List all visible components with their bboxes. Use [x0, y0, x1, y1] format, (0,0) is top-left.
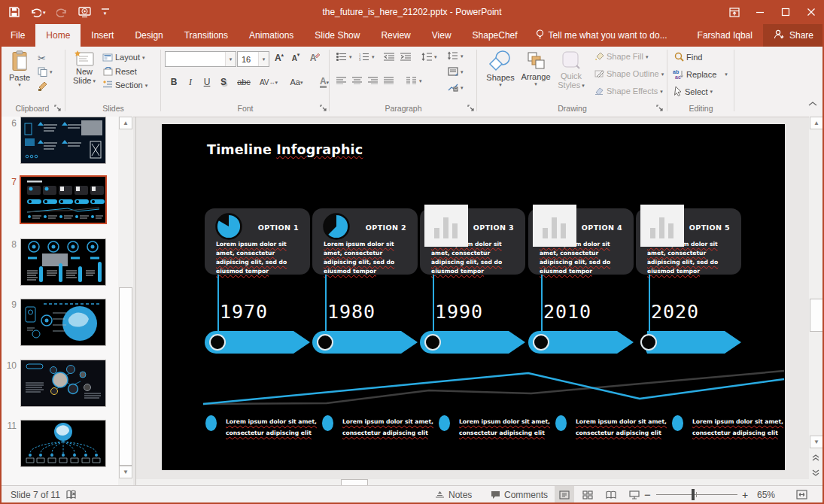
tab-review[interactable]: Review: [370, 24, 421, 47]
decrease-font-size-button[interactable]: A▾: [289, 51, 303, 65]
year-label-1990[interactable]: 1990: [418, 301, 500, 323]
zoom-in-button[interactable]: +: [742, 486, 748, 503]
option-card-4[interactable]: OPTION 4 Lorem ipsum dolor sit amet, con…: [528, 208, 634, 275]
bullets-button[interactable]: ▾: [336, 53, 352, 61]
format-painter-button[interactable]: [38, 80, 48, 91]
increase-font-size-button[interactable]: A▴: [272, 51, 286, 65]
slide-sorter-view-button[interactable]: [578, 486, 597, 503]
zoom-level[interactable]: 65%: [757, 486, 775, 503]
year-label-1970[interactable]: 1970: [202, 301, 285, 323]
decrease-indent-button[interactable]: [384, 53, 394, 61]
paste-button[interactable]: Paste▾: [6, 50, 33, 87]
customize-qat-icon[interactable]: ▾: [102, 8, 109, 16]
section-button[interactable]: Section▾: [102, 80, 147, 90]
redo-button[interactable]: [56, 8, 68, 17]
thumb-scroll-down-icon[interactable]: ▼: [119, 466, 132, 478]
comments-button[interactable]: Comments: [491, 486, 548, 503]
text-direction-button[interactable]: ▾: [448, 51, 464, 60]
slide-indicator[interactable]: Slide 7 of 11: [11, 486, 60, 503]
font-color-button[interactable]: A▾: [315, 75, 334, 89]
year-label-2020[interactable]: 2020: [634, 301, 716, 323]
thumb-scroll-up-icon[interactable]: ▲: [119, 117, 132, 129]
copy-button[interactable]: ▾: [38, 67, 53, 77]
new-slide-button[interactable]: New Slide▾: [71, 50, 98, 85]
align-left-button[interactable]: [336, 77, 346, 84]
thumb-scroll-thumb[interactable]: [119, 287, 132, 466]
find-button[interactable]: Find: [674, 52, 702, 62]
change-case-button[interactable]: Aa▾: [286, 75, 307, 89]
account-name[interactable]: Farshad Iqbal: [687, 24, 763, 47]
tab-animations[interactable]: Animations: [239, 24, 304, 47]
minimize-button[interactable]: [747, 0, 773, 24]
slide-thumbnail-8[interactable]: [20, 238, 106, 286]
shapes-button[interactable]: Shapes▾: [484, 50, 517, 87]
tab-design[interactable]: Design: [124, 24, 173, 47]
save-icon[interactable]: [9, 7, 20, 17]
ribbon-display-options-icon[interactable]: [722, 0, 747, 24]
slide-thumbnail-9[interactable]: [20, 299, 106, 346]
year-label-1980[interactable]: 1980: [310, 301, 393, 323]
canvas-scroll-up-icon[interactable]: ▲: [810, 117, 823, 129]
zoom-out-button[interactable]: −: [644, 486, 651, 503]
cut-button[interactable]: ✂: [38, 53, 46, 64]
underline-button[interactable]: U: [200, 75, 214, 89]
close-button[interactable]: [798, 0, 824, 24]
quick-styles-button[interactable]: Quick Styles▾: [555, 50, 588, 90]
option-card-2[interactable]: OPTION 2 Lorem ipsum dolor sit amet, con…: [312, 208, 418, 275]
share-button[interactable]: Share: [763, 24, 824, 47]
slide-show-view-button[interactable]: [625, 486, 644, 503]
next-slide-button[interactable]: [810, 467, 822, 478]
spell-check-icon[interactable]: [66, 486, 77, 503]
slide-thumbnail-10[interactable]: [20, 360, 106, 407]
layout-button[interactable]: Layout▾: [102, 53, 145, 62]
shape-effects-button[interactable]: Shape Effects▾: [594, 87, 663, 96]
tab-insert[interactable]: Insert: [81, 24, 124, 47]
tab-view[interactable]: View: [421, 24, 462, 47]
canvas-scrollbar[interactable]: ▲ ▼: [809, 117, 824, 485]
thumbnail-panel-scrollbar[interactable]: ▲ ▼: [118, 117, 133, 485]
tab-file[interactable]: File: [0, 24, 35, 47]
canvas-scroll-down-icon[interactable]: ▼: [810, 436, 823, 448]
previous-slide-button[interactable]: [810, 452, 822, 463]
option-card-5[interactable]: OPTION 5 Lorem ipsum dolor sit amet, con…: [636, 208, 741, 275]
slide-thumbnail-7-selected[interactable]: [20, 175, 107, 224]
bold-button[interactable]: B: [167, 75, 181, 89]
notes-button[interactable]: Notes: [435, 486, 472, 503]
start-from-beginning-icon[interactable]: [78, 7, 91, 18]
year-label-2010[interactable]: 2010: [526, 301, 609, 323]
zoom-slider[interactable]: [656, 486, 737, 503]
slide-thumbnail-11[interactable]: [20, 420, 106, 467]
italic-button[interactable]: I: [184, 75, 197, 89]
zoom-slider-thumb[interactable]: [692, 489, 695, 500]
font-name-combobox[interactable]: ▾: [165, 51, 236, 67]
tab-transitions[interactable]: Transitions: [174, 24, 239, 47]
align-center-button[interactable]: [352, 77, 362, 84]
clear-formatting-button[interactable]: A: [309, 51, 322, 65]
align-right-button[interactable]: [368, 77, 378, 84]
maximize-button[interactable]: [773, 0, 798, 24]
reset-button[interactable]: Reset: [102, 67, 137, 76]
shape-outline-button[interactable]: Shape Outline▾: [594, 69, 664, 78]
canvas-horizontal-scrollbar[interactable]: [136, 479, 809, 485]
line-spacing-button[interactable]: ▾: [421, 53, 437, 61]
text-shadow-button[interactable]: S: [217, 75, 230, 89]
character-spacing-button[interactable]: AV↔▾: [257, 75, 280, 89]
align-text-button[interactable]: ▾: [448, 67, 464, 76]
collapse-ribbon-button[interactable]: [808, 101, 817, 107]
slide-thumbnail-6[interactable]: [20, 117, 106, 164]
justify-button[interactable]: [384, 77, 394, 84]
arrange-button[interactable]: Arrange▾: [519, 50, 552, 87]
tell-me-box[interactable]: Tell me what you want to do...: [528, 24, 675, 47]
shape-fill-button[interactable]: Shape Fill▾: [594, 52, 648, 61]
tab-slide-show[interactable]: Slide Show: [304, 24, 370, 47]
reading-view-button[interactable]: [601, 486, 621, 503]
columns-button[interactable]: ▾: [406, 77, 422, 84]
slide-canvas[interactable]: Timeline Infographic: [162, 124, 785, 470]
convert-to-smartart-button[interactable]: ▾: [448, 83, 464, 92]
option-card-1[interactable]: OPTION 1 Lorem ipsum dolor sit amet, con…: [205, 208, 310, 275]
font-size-combobox[interactable]: 16▾: [237, 51, 269, 67]
replace-button[interactable]: abacReplace▾: [673, 69, 728, 79]
strikethrough-button[interactable]: abc: [235, 75, 253, 89]
increase-indent-button[interactable]: [400, 53, 411, 61]
canvas-scroll-thumb[interactable]: [810, 299, 823, 332]
